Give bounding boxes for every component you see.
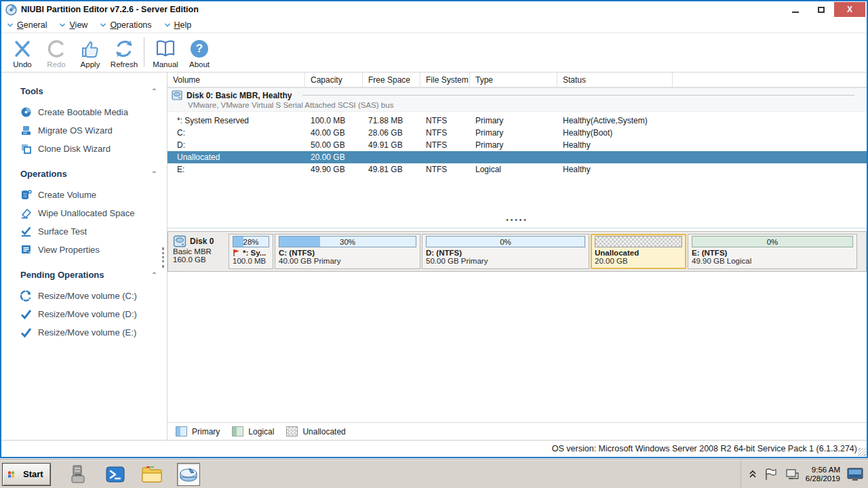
refresh-button[interactable]: Refresh: [107, 36, 141, 68]
close-button[interactable]: X: [834, 2, 865, 17]
table-row-unallocated-selected[interactable]: Unallocated 20.00 GB: [167, 151, 867, 163]
menu-operations[interactable]: Operations: [100, 20, 151, 30]
show-desktop-icon[interactable]: [846, 467, 864, 482]
server-manager-icon[interactable]: [67, 463, 90, 486]
start-button[interactable]: Start: [2, 463, 51, 486]
windows-explorer-icon[interactable]: [140, 463, 163, 486]
partition-block-e[interactable]: 0% E: (NTFS) 49.90 GB Logical: [688, 234, 857, 269]
done-check-icon: [20, 308, 32, 320]
menu-general[interactable]: General: [7, 20, 47, 30]
column-header-capacity[interactable]: Capacity: [305, 73, 363, 87]
sidebar-section-tools: Tools ⌃ Create Bootable Media Migrate OS…: [14, 82, 167, 158]
disk-type: Basic MBR: [173, 247, 224, 256]
clone-disk-icon: [20, 143, 32, 155]
sidebar-item-wipe-unallocated-space[interactable]: Wipe Unallocated Space: [14, 204, 167, 222]
disk-group-subtitle: VMware, VMware Virtual S Serial Attached…: [172, 101, 861, 109]
unallocated-swatch-icon: [286, 426, 298, 436]
about-button[interactable]: ? About: [182, 36, 216, 68]
sidebar-header-tools[interactable]: Tools ⌃: [14, 82, 167, 103]
redo-button[interactable]: Redo: [39, 36, 73, 68]
undo-icon: [12, 39, 33, 59]
chevron-down-icon: [59, 22, 66, 28]
disk-name: Disk 0: [190, 237, 214, 246]
column-header-volume[interactable]: Volume: [167, 73, 305, 87]
disk-info-block[interactable]: Disk 0 Basic MBR 160.0 GB: [170, 234, 227, 269]
niubi-partition-editor-icon[interactable]: [177, 463, 200, 486]
app-window: NIUBI Partition Editor v7.2.6 - Server E…: [0, 0, 868, 458]
clock-date: 6/28/2019: [806, 474, 840, 483]
table-row-d[interactable]: D: 50.00 GB 49.91 GB NTFS Primary Health…: [167, 139, 867, 151]
bootable-media-disc-icon: [20, 106, 32, 118]
table-row-e[interactable]: E: 49.90 GB 49.81 GB NTFS Logical Health…: [167, 163, 867, 176]
sidebar-item-migrate-os-wizard[interactable]: Migrate OS Wizard: [14, 121, 167, 140]
manual-button[interactable]: Manual: [149, 36, 182, 68]
table-header-row: Volume Capacity Free Space File System T…: [167, 73, 867, 87]
column-header-free-space[interactable]: Free Space: [363, 73, 420, 87]
toolbar-separator: [144, 37, 144, 67]
pending-op-resize-d[interactable]: Resize/Move volume (D:): [14, 305, 167, 323]
pending-op-resize-c[interactable]: Resize/Move volume (C:): [14, 287, 167, 305]
collapse-chevron-icon[interactable]: ⌃: [151, 271, 157, 278]
resize-grip[interactable]: [858, 448, 866, 456]
legend-logical: Logical: [232, 426, 274, 436]
network-icon[interactable]: [785, 468, 800, 481]
in-progress-icon: [20, 290, 32, 302]
menu-help[interactable]: Help: [164, 20, 192, 30]
os-version-text: OS version: Microsoft Windows Server 200…: [552, 444, 857, 453]
apply-button[interactable]: Apply: [73, 36, 107, 68]
apply-thumbs-up-icon: [80, 39, 100, 59]
sidebar-header-pending-operations[interactable]: Pending Operations ⌃: [14, 266, 167, 287]
column-header-type[interactable]: Type: [470, 73, 557, 87]
panel-splitter[interactable]: •••••: [167, 176, 867, 228]
status-bar: OS version: Microsoft Windows Server 200…: [1, 440, 867, 457]
chevron-down-icon: [7, 22, 14, 28]
disk-size: 160.0 GB: [173, 256, 224, 264]
pending-op-resize-e[interactable]: Resize/Move volume (E:): [14, 323, 167, 342]
view-properties-icon: [20, 244, 32, 256]
undo-button[interactable]: Undo: [5, 36, 39, 68]
splitter-dots: •••••: [506, 218, 528, 222]
partition-block-unallocated-selected[interactable]: Unallocated 20.00 GB: [591, 234, 686, 269]
toolbar: Undo Redo Apply Refresh: [1, 33, 867, 73]
minimize-button[interactable]: [783, 2, 808, 17]
column-header-file-system[interactable]: File System: [420, 73, 470, 87]
disk-group-header[interactable]: Disk 0: Basic MBR, Healthy VMware, VMwar…: [167, 87, 867, 112]
app-logo-icon: [5, 4, 17, 16]
sidebar-item-create-volume[interactable]: Create Volume: [14, 186, 167, 204]
sidebar-item-clone-disk-wizard[interactable]: Clone Disk Wizard: [14, 140, 167, 158]
sidebar-item-view-properties[interactable]: View Properties: [14, 241, 167, 259]
partition-block-d[interactable]: 0% D: (NTFS) 50.00 GB Primary: [422, 234, 589, 269]
sidebar-header-operations[interactable]: Operations ⌃: [14, 165, 167, 186]
content-panel: Volume Capacity Free Space File System T…: [167, 73, 867, 440]
maximize-button[interactable]: [808, 2, 834, 17]
about-question-icon: ?: [191, 40, 208, 58]
legend-unallocated: Unallocated: [286, 426, 345, 436]
chevron-down-icon: [164, 22, 171, 28]
table-row-system-reserved[interactable]: *: System Reserved 100.0 MB 71.88 MB NTF…: [167, 115, 867, 127]
surface-test-icon: [20, 226, 32, 237]
menu-view[interactable]: View: [59, 20, 87, 30]
action-center-flag-icon[interactable]: [764, 468, 778, 481]
create-volume-icon: [20, 189, 32, 201]
refresh-icon: [114, 39, 134, 59]
manual-book-icon: [155, 39, 176, 59]
taskbar-clock[interactable]: 9:56 AM 6/28/2019: [806, 466, 840, 483]
disk-map-panel: Disk 0 Basic MBR 160.0 GB 28% *: Sy... 1: [167, 231, 867, 272]
title-bar: NIUBI Partition Editor v7.2.6 - Server E…: [1, 1, 867, 18]
collapse-chevron-icon[interactable]: ⌃: [151, 87, 157, 94]
column-header-status[interactable]: Status: [557, 73, 673, 87]
disk-drive-icon: [172, 90, 182, 100]
sidebar-item-create-bootable-media[interactable]: Create Bootable Media: [14, 103, 167, 121]
partition-block-system-reserved[interactable]: 28% *: Sy... 100.0 MB: [229, 234, 273, 269]
sidebar-item-surface-test[interactable]: Surface Test: [14, 222, 167, 241]
powershell-icon[interactable]: [104, 463, 127, 486]
done-check-icon: [20, 327, 32, 338]
table-row-c[interactable]: C: 40.00 GB 28.06 GB NTFS Primary Health…: [167, 127, 867, 139]
sidebar-splitter-handle[interactable]: [162, 247, 164, 268]
sidebar-section-operations: Operations ⌃ Create Volume: [14, 165, 167, 259]
sidebar: Tools ⌃ Create Bootable Media Migrate OS…: [1, 73, 167, 440]
partition-block-c[interactable]: 30% C: (NTFS) 40.00 GB Primary: [275, 234, 420, 269]
collapse-chevron-icon[interactable]: ⌃: [151, 170, 157, 177]
migrate-os-icon: [20, 125, 32, 136]
show-hidden-icons-chevron[interactable]: [748, 469, 757, 480]
